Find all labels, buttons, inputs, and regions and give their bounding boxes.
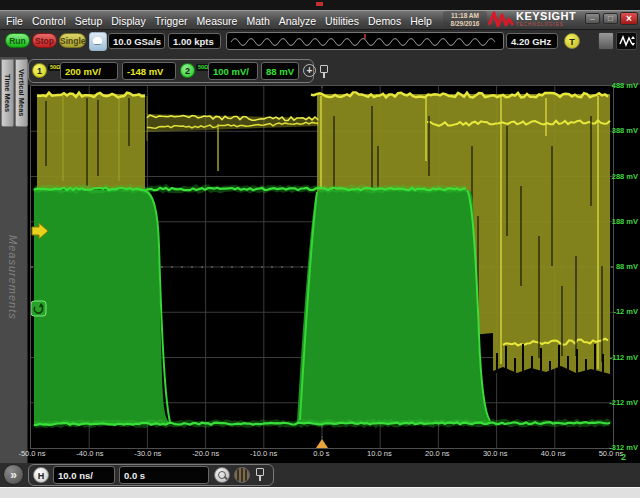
- x-axis-label: 50.0 ns: [584, 449, 638, 458]
- close-icon: ×: [626, 13, 632, 24]
- trigger-time-marker[interactable]: [316, 439, 328, 448]
- menu-item[interactable]: Utilities: [325, 15, 359, 27]
- x-axis-label: 10.0 ns: [352, 449, 406, 458]
- blank-toolbar-button[interactable]: [598, 32, 614, 50]
- sidebar-tab[interactable]: Vertical Meas: [15, 59, 28, 127]
- x-axis-label: 30.0 ns: [468, 449, 522, 458]
- y-axis-label: 288 mV: [608, 172, 638, 181]
- menu-item[interactable]: Display: [111, 15, 145, 27]
- minimize-button[interactable]: –: [585, 13, 600, 24]
- preview-wave-icon: [227, 33, 503, 49]
- autoscale-button[interactable]: [616, 32, 637, 50]
- single-button[interactable]: Single: [59, 33, 86, 48]
- x-axis-label: 0.0 s: [295, 449, 349, 458]
- x-axis-label: -40.0 ns: [63, 449, 117, 458]
- x-axis-label: -30.0 ns: [121, 449, 175, 458]
- menu-item[interactable]: Measure: [197, 15, 238, 27]
- sample-rate-field[interactable]: 10.0 GSa/s: [108, 33, 165, 49]
- menu-item[interactable]: Math: [246, 15, 269, 27]
- sidebar-watermark: Measurements: [7, 235, 19, 320]
- menu-item[interactable]: Trigger: [155, 15, 188, 27]
- timebase-pin-icon[interactable]: [256, 468, 264, 476]
- x-axis-label: 40.0 ns: [526, 449, 580, 458]
- x-axis-label: 20.0 ns: [410, 449, 464, 458]
- brand-subtitle: TECHNOLOGIES: [516, 22, 576, 27]
- menu-item[interactable]: Control: [32, 15, 66, 27]
- window-bottom-edge: [0, 487, 640, 498]
- run-button[interactable]: Run: [5, 33, 30, 48]
- waveform-arrows-icon: [617, 33, 636, 49]
- ch1-offset-field[interactable]: -148 mV: [122, 62, 176, 80]
- y-axis-label: 88 mV: [608, 262, 638, 271]
- ch1-scale-field[interactable]: 200 mV/: [60, 62, 118, 80]
- ch2-scale-field[interactable]: 100 mV/: [208, 62, 258, 80]
- touch-button[interactable]: [89, 32, 107, 51]
- y-axis-label: -212 mV: [608, 398, 638, 407]
- bandwidth-field[interactable]: 4.20 GHz: [506, 33, 558, 49]
- menu: FileControlSetupDisplayTriggerMeasureMat…: [6, 11, 432, 30]
- intensity-knob[interactable]: [234, 467, 250, 483]
- ch1-badge[interactable]: 1: [32, 63, 47, 78]
- axis-channel-badge: 2: [621, 452, 626, 462]
- minimize-icon: –: [590, 14, 594, 23]
- y-axis-label: 188 mV: [608, 217, 638, 226]
- y-axis-label: 488 mV: [608, 81, 638, 90]
- voltage-axis: 488 mV388 mV288 mV188 mV88 mV-12 mV-112 …: [609, 85, 639, 460]
- horizontal-position-field[interactable]: 0.0 s: [119, 466, 209, 484]
- time-axis: -50.0 ns-40.0 ns-30.0 ns-20.0 ns-10.0 ns…: [30, 449, 612, 463]
- menu-item[interactable]: Help: [410, 15, 432, 27]
- close-button[interactable]: ×: [620, 12, 638, 25]
- clock: 11:18 AM 8/29/2016: [443, 11, 487, 27]
- x-axis-label: -10.0 ns: [237, 449, 291, 458]
- y-axis-label: 388 mV: [608, 126, 638, 135]
- horizontal-button[interactable]: H: [33, 467, 49, 483]
- waveform-preview[interactable]: [226, 32, 504, 50]
- memory-depth-field[interactable]: 1.00 kpts: [168, 33, 221, 49]
- x-axis-label: -50.0 ns: [5, 449, 59, 458]
- oscilloscope-window: FileControlSetupDisplayTriggerMeasureMat…: [0, 0, 640, 498]
- pin-icon[interactable]: [320, 65, 328, 73]
- timebase-field[interactable]: 10.0 ns/: [53, 466, 115, 484]
- ch2-offset-field[interactable]: 88 mV: [261, 62, 299, 80]
- add-channel-button[interactable]: +: [303, 64, 316, 77]
- ch2-badge[interactable]: 2: [180, 63, 195, 78]
- menu-item[interactable]: Analyze: [279, 15, 316, 27]
- brand-name: KEYSIGHT: [516, 11, 576, 22]
- expand-button[interactable]: »: [3, 464, 24, 485]
- y-axis-label: -12 mV: [608, 307, 638, 316]
- menu-item[interactable]: File: [6, 15, 23, 27]
- keysight-spark-icon: [488, 10, 515, 29]
- maximize-button[interactable]: □: [603, 13, 618, 24]
- clock-date: 8/29/2016: [443, 20, 487, 28]
- brand-logo: KEYSIGHT TECHNOLOGIES: [516, 11, 576, 27]
- menu-item[interactable]: Demos: [368, 15, 401, 27]
- scope-display[interactable]: [30, 85, 614, 449]
- zoom-button[interactable]: [214, 467, 230, 483]
- stop-button[interactable]: Stop: [32, 33, 57, 48]
- x-axis-label: -20.0 ns: [179, 449, 233, 458]
- clock-time: 11:18 AM: [443, 12, 487, 20]
- y-axis-label: -112 mV: [608, 353, 638, 362]
- menu-item[interactable]: Setup: [75, 15, 102, 27]
- sidebar-tab[interactable]: Time Meas: [1, 59, 14, 127]
- sidebar-tabs: Time MeasVertical Meas: [1, 59, 29, 127]
- trigger-indicator[interactable]: T: [564, 33, 580, 49]
- maximize-icon: □: [608, 14, 613, 23]
- status-red-indicator: [316, 2, 323, 6]
